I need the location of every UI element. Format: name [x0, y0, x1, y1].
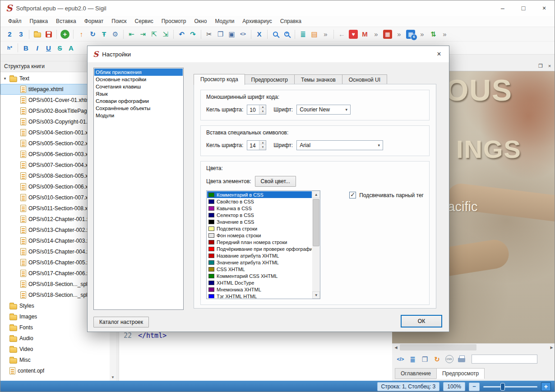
metadata-icon[interactable]: ≣ — [297, 28, 309, 40]
overflow-icon-4[interactable]: » — [416, 28, 428, 40]
tab-code-view[interactable]: Просмотр кода — [194, 74, 245, 85]
spin-down-icon[interactable]: ▼ — [259, 145, 266, 150]
back-arrow-icon[interactable]: ← — [336, 28, 347, 40]
mono-font-size-stepper[interactable]: 10 ▲ ▼ — [247, 105, 266, 115]
color-item[interactable]: Фон номера строки — [207, 232, 312, 239]
color-item[interactable]: Селектор в CSS — [207, 212, 312, 218]
color-item[interactable]: Комментарий в CSS — [207, 191, 312, 198]
casing-icon[interactable]: A — [65, 42, 77, 54]
color-item[interactable]: Значение в CSS — [207, 218, 312, 225]
color-list-scrollbar[interactable]: ▲ ▼ — [312, 191, 320, 299]
category-plugins[interactable]: Модули — [94, 112, 183, 119]
delete-x-icon[interactable]: X — [254, 28, 265, 40]
insert-special-char-icon[interactable]: Ŧ — [98, 28, 110, 40]
refresh-icon[interactable]: ↻ — [431, 353, 443, 365]
print-icon[interactable] — [456, 353, 467, 365]
overflow-icon-3[interactable]: » — [393, 28, 405, 40]
epub2-icon[interactable]: 2 — [4, 28, 15, 40]
spin-down-icon[interactable]: ▼ — [259, 110, 266, 114]
checkbox-icon[interactable] — [349, 192, 356, 198]
cut-icon[interactable]: ✂ — [204, 28, 215, 40]
menu-search[interactable]: Поиск — [107, 16, 130, 26]
menu-edit[interactable]: Правка — [26, 16, 52, 26]
strikethrough-icon[interactable]: S — [54, 42, 65, 54]
settings-gear-icon[interactable]: ⚙ — [110, 28, 121, 40]
scroll-down-icon[interactable]: ▼ — [110, 374, 116, 381]
zoom-out-button[interactable]: − — [469, 383, 480, 391]
overflow-icon-2[interactable]: » — [370, 28, 382, 40]
upload-icon[interactable]: ↑ — [76, 28, 87, 40]
color-item[interactable]: Кавычка в CSS — [207, 205, 312, 212]
code-markers-icon[interactable]: <> — [237, 28, 249, 40]
heading-icon[interactable]: h* — [4, 42, 15, 54]
tab-toc[interactable]: Оглавление — [395, 368, 437, 379]
menu-insert[interactable]: Вставка — [52, 16, 80, 26]
special-font-size-stepper[interactable]: 14 ▲ ▼ — [247, 140, 266, 150]
color-item[interactable]: Комментарий CSS XHTML — [207, 272, 312, 279]
epub3-icon[interactable]: 3 — [15, 28, 27, 40]
scrollbar-thumb[interactable] — [400, 344, 476, 350]
undo-icon[interactable]: ↶ — [176, 28, 187, 40]
scrollbar-thumb[interactable] — [313, 199, 319, 246]
tab-preview-settings[interactable]: Предпросмотр — [245, 74, 295, 84]
tree-folder-audio[interactable]: Audio — [0, 333, 110, 344]
category-appearance[interactable]: Облик приложения — [94, 69, 183, 76]
underline-icon[interactable]: U — [43, 42, 54, 54]
scroll-left-icon[interactable]: ◀ — [392, 344, 400, 351]
color-item[interactable]: Подчёркивание при проверке орфографии — [207, 245, 312, 252]
highlight-matching-tag-checkbox[interactable]: Подсвечивать парный тег — [349, 192, 424, 198]
ok-button[interactable]: ОК — [401, 315, 442, 327]
category-shortcuts[interactable]: Сочетания клавиш — [94, 83, 183, 90]
donate-heart-icon[interactable]: ♥ — [349, 30, 358, 39]
special-font-select[interactable]: Arial ▾ — [296, 140, 383, 150]
settings-directory-button[interactable]: Каталог настроек — [93, 317, 149, 327]
category-general[interactable]: Основные настройки — [94, 76, 183, 83]
color-item[interactable]: XHTML DocType — [207, 279, 312, 286]
spin-up-icon[interactable]: ▲ — [259, 141, 266, 145]
redo-icon[interactable]: ↷ — [187, 28, 199, 40]
css-icon[interactable]: css — [444, 353, 455, 365]
mono-font-select[interactable]: Courier New ▾ — [296, 105, 351, 115]
split-left-icon[interactable]: ⇤ — [126, 28, 137, 40]
close-button[interactable]: × — [534, 0, 555, 16]
add-new-icon[interactable]: + — [60, 30, 69, 39]
menu-view[interactable]: Просмотр — [157, 16, 190, 26]
color-item[interactable]: Свойство в CSS — [207, 198, 312, 205]
category-saved-objects[interactable]: Сохранённые объекты — [94, 105, 183, 112]
maximize-button[interactable]: □ — [513, 0, 534, 16]
scroll-up-icon[interactable]: ▲ — [312, 191, 320, 198]
color-item[interactable]: Мнемоника XHTML — [207, 286, 312, 293]
spin-up-icon[interactable]: ▲ — [259, 105, 266, 110]
color-item[interactable]: Значение атрибута XHTML — [207, 259, 312, 266]
split-right-icon[interactable]: ⇥ — [137, 28, 148, 40]
color-item[interactable]: Подсветка строки — [207, 225, 312, 232]
overflow-icon-5[interactable]: » — [439, 28, 450, 40]
menu-window[interactable]: Окно — [190, 16, 211, 26]
tree-folder-misc[interactable]: Misc — [0, 355, 110, 365]
code-view-icon[interactable]: </> — [395, 353, 406, 365]
preview-hscrollbar[interactable]: ◀ ▶ — [392, 343, 555, 351]
open-folder-icon[interactable] — [32, 28, 43, 40]
preview-address-input[interactable] — [472, 355, 537, 364]
menu-file[interactable]: Файл — [4, 16, 26, 26]
tab-main-ui[interactable]: Основной UI — [342, 74, 387, 84]
italic-icon[interactable]: I — [32, 42, 43, 54]
merge-files-icon[interactable]: ⇲ — [160, 28, 171, 40]
color-item[interactable]: CSS XHTML — [207, 266, 312, 272]
scroll-down-icon[interactable]: ▼ — [312, 291, 320, 299]
color-item[interactable]: Тэг XHTML HTML — [207, 293, 312, 298]
custom-color-button[interactable]: Свой цвет... — [255, 176, 296, 187]
insert-file-icon[interactable]: ⇱ — [148, 28, 160, 40]
color-item[interactable]: Передний план номера строки — [207, 239, 312, 245]
plugin-red-icon[interactable]: ▦ — [383, 30, 392, 39]
tree-folder-video[interactable]: Video — [0, 344, 110, 355]
mail-icon[interactable]: M — [359, 28, 370, 40]
float-pane-icon[interactable]: ❐ — [536, 63, 545, 69]
zoom-slider[interactable] — [483, 383, 537, 391]
image-icon[interactable]: ▤ — [309, 28, 320, 40]
tab-preview[interactable]: Предпросмотр — [436, 368, 485, 379]
save-icon[interactable] — [43, 28, 54, 40]
category-language[interactable]: Язык — [94, 90, 183, 97]
zoom-in-button[interactable]: + — [541, 382, 551, 391]
dialog-close-button[interactable]: × — [429, 46, 449, 62]
